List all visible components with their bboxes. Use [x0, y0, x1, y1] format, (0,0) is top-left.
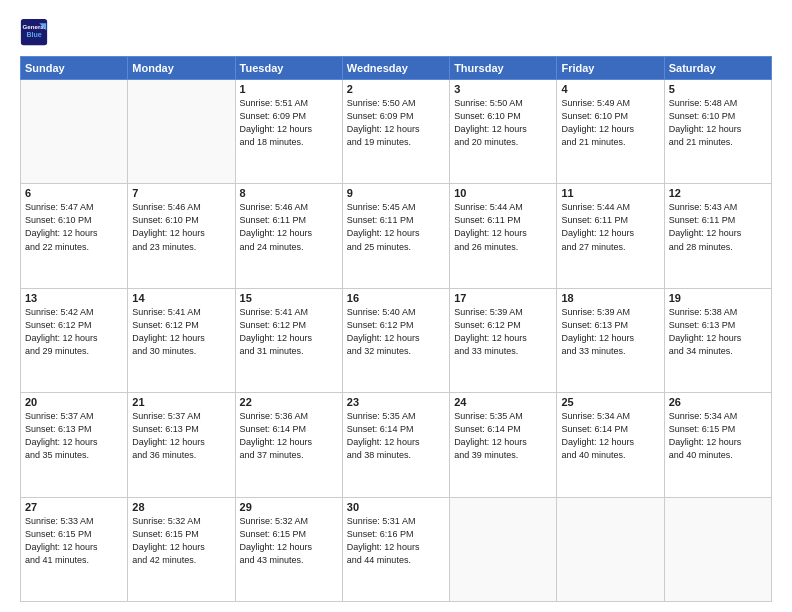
- cell-info: Sunrise: 5:37 AM Sunset: 6:13 PM Dayligh…: [25, 410, 123, 462]
- day-number: 23: [347, 396, 445, 408]
- cell-info: Sunrise: 5:50 AM Sunset: 6:09 PM Dayligh…: [347, 97, 445, 149]
- calendar-cell: 13Sunrise: 5:42 AM Sunset: 6:12 PM Dayli…: [21, 288, 128, 392]
- cell-info: Sunrise: 5:32 AM Sunset: 6:15 PM Dayligh…: [240, 515, 338, 567]
- weekday-header-thursday: Thursday: [450, 57, 557, 80]
- day-number: 5: [669, 83, 767, 95]
- calendar-cell: 5Sunrise: 5:48 AM Sunset: 6:10 PM Daylig…: [664, 80, 771, 184]
- day-number: 16: [347, 292, 445, 304]
- day-number: 15: [240, 292, 338, 304]
- cell-info: Sunrise: 5:41 AM Sunset: 6:12 PM Dayligh…: [240, 306, 338, 358]
- calendar-cell: [450, 497, 557, 601]
- calendar-cell: 10Sunrise: 5:44 AM Sunset: 6:11 PM Dayli…: [450, 184, 557, 288]
- weekday-header-row: SundayMondayTuesdayWednesdayThursdayFrid…: [21, 57, 772, 80]
- calendar-cell: 28Sunrise: 5:32 AM Sunset: 6:15 PM Dayli…: [128, 497, 235, 601]
- day-number: 13: [25, 292, 123, 304]
- day-number: 11: [561, 187, 659, 199]
- day-number: 26: [669, 396, 767, 408]
- day-number: 2: [347, 83, 445, 95]
- day-number: 7: [132, 187, 230, 199]
- calendar-cell: 19Sunrise: 5:38 AM Sunset: 6:13 PM Dayli…: [664, 288, 771, 392]
- day-number: 12: [669, 187, 767, 199]
- calendar-cell: 8Sunrise: 5:46 AM Sunset: 6:11 PM Daylig…: [235, 184, 342, 288]
- day-number: 21: [132, 396, 230, 408]
- week-row-2: 13Sunrise: 5:42 AM Sunset: 6:12 PM Dayli…: [21, 288, 772, 392]
- cell-info: Sunrise: 5:38 AM Sunset: 6:13 PM Dayligh…: [669, 306, 767, 358]
- calendar-cell: 30Sunrise: 5:31 AM Sunset: 6:16 PM Dayli…: [342, 497, 449, 601]
- weekday-header-wednesday: Wednesday: [342, 57, 449, 80]
- calendar-cell: 9Sunrise: 5:45 AM Sunset: 6:11 PM Daylig…: [342, 184, 449, 288]
- cell-info: Sunrise: 5:39 AM Sunset: 6:12 PM Dayligh…: [454, 306, 552, 358]
- cell-info: Sunrise: 5:34 AM Sunset: 6:14 PM Dayligh…: [561, 410, 659, 462]
- calendar-cell: [21, 80, 128, 184]
- day-number: 29: [240, 501, 338, 513]
- calendar-cell: 24Sunrise: 5:35 AM Sunset: 6:14 PM Dayli…: [450, 393, 557, 497]
- cell-info: Sunrise: 5:37 AM Sunset: 6:13 PM Dayligh…: [132, 410, 230, 462]
- cell-info: Sunrise: 5:39 AM Sunset: 6:13 PM Dayligh…: [561, 306, 659, 358]
- calendar-cell: 26Sunrise: 5:34 AM Sunset: 6:15 PM Dayli…: [664, 393, 771, 497]
- calendar-cell: 16Sunrise: 5:40 AM Sunset: 6:12 PM Dayli…: [342, 288, 449, 392]
- weekday-header-sunday: Sunday: [21, 57, 128, 80]
- calendar-cell: 25Sunrise: 5:34 AM Sunset: 6:14 PM Dayli…: [557, 393, 664, 497]
- cell-info: Sunrise: 5:44 AM Sunset: 6:11 PM Dayligh…: [454, 201, 552, 253]
- cell-info: Sunrise: 5:46 AM Sunset: 6:10 PM Dayligh…: [132, 201, 230, 253]
- weekday-header-friday: Friday: [557, 57, 664, 80]
- day-number: 22: [240, 396, 338, 408]
- calendar-cell: 14Sunrise: 5:41 AM Sunset: 6:12 PM Dayli…: [128, 288, 235, 392]
- day-number: 20: [25, 396, 123, 408]
- day-number: 10: [454, 187, 552, 199]
- day-number: 14: [132, 292, 230, 304]
- day-number: 24: [454, 396, 552, 408]
- header: General Blue: [20, 18, 772, 46]
- weekday-header-monday: Monday: [128, 57, 235, 80]
- cell-info: Sunrise: 5:35 AM Sunset: 6:14 PM Dayligh…: [454, 410, 552, 462]
- calendar-cell: 2Sunrise: 5:50 AM Sunset: 6:09 PM Daylig…: [342, 80, 449, 184]
- cell-info: Sunrise: 5:46 AM Sunset: 6:11 PM Dayligh…: [240, 201, 338, 253]
- cell-info: Sunrise: 5:47 AM Sunset: 6:10 PM Dayligh…: [25, 201, 123, 253]
- day-number: 1: [240, 83, 338, 95]
- calendar-cell: 6Sunrise: 5:47 AM Sunset: 6:10 PM Daylig…: [21, 184, 128, 288]
- weekday-header-tuesday: Tuesday: [235, 57, 342, 80]
- calendar-cell: 23Sunrise: 5:35 AM Sunset: 6:14 PM Dayli…: [342, 393, 449, 497]
- calendar-cell: 22Sunrise: 5:36 AM Sunset: 6:14 PM Dayli…: [235, 393, 342, 497]
- calendar-table: SundayMondayTuesdayWednesdayThursdayFrid…: [20, 56, 772, 602]
- cell-info: Sunrise: 5:50 AM Sunset: 6:10 PM Dayligh…: [454, 97, 552, 149]
- calendar-cell: 29Sunrise: 5:32 AM Sunset: 6:15 PM Dayli…: [235, 497, 342, 601]
- cell-info: Sunrise: 5:33 AM Sunset: 6:15 PM Dayligh…: [25, 515, 123, 567]
- calendar-cell: 3Sunrise: 5:50 AM Sunset: 6:10 PM Daylig…: [450, 80, 557, 184]
- cell-info: Sunrise: 5:43 AM Sunset: 6:11 PM Dayligh…: [669, 201, 767, 253]
- day-number: 6: [25, 187, 123, 199]
- calendar-cell: 18Sunrise: 5:39 AM Sunset: 6:13 PM Dayli…: [557, 288, 664, 392]
- cell-info: Sunrise: 5:42 AM Sunset: 6:12 PM Dayligh…: [25, 306, 123, 358]
- calendar-cell: 15Sunrise: 5:41 AM Sunset: 6:12 PM Dayli…: [235, 288, 342, 392]
- calendar-cell: 1Sunrise: 5:51 AM Sunset: 6:09 PM Daylig…: [235, 80, 342, 184]
- day-number: 4: [561, 83, 659, 95]
- logo: General Blue: [20, 18, 48, 46]
- cell-info: Sunrise: 5:48 AM Sunset: 6:10 PM Dayligh…: [669, 97, 767, 149]
- day-number: 27: [25, 501, 123, 513]
- calendar-cell: [664, 497, 771, 601]
- calendar-cell: 17Sunrise: 5:39 AM Sunset: 6:12 PM Dayli…: [450, 288, 557, 392]
- day-number: 9: [347, 187, 445, 199]
- calendar-cell: [557, 497, 664, 601]
- week-row-0: 1Sunrise: 5:51 AM Sunset: 6:09 PM Daylig…: [21, 80, 772, 184]
- cell-info: Sunrise: 5:32 AM Sunset: 6:15 PM Dayligh…: [132, 515, 230, 567]
- day-number: 30: [347, 501, 445, 513]
- cell-info: Sunrise: 5:35 AM Sunset: 6:14 PM Dayligh…: [347, 410, 445, 462]
- cell-info: Sunrise: 5:40 AM Sunset: 6:12 PM Dayligh…: [347, 306, 445, 358]
- calendar-cell: 27Sunrise: 5:33 AM Sunset: 6:15 PM Dayli…: [21, 497, 128, 601]
- calendar-cell: 21Sunrise: 5:37 AM Sunset: 6:13 PM Dayli…: [128, 393, 235, 497]
- cell-info: Sunrise: 5:41 AM Sunset: 6:12 PM Dayligh…: [132, 306, 230, 358]
- week-row-4: 27Sunrise: 5:33 AM Sunset: 6:15 PM Dayli…: [21, 497, 772, 601]
- calendar-cell: 12Sunrise: 5:43 AM Sunset: 6:11 PM Dayli…: [664, 184, 771, 288]
- cell-info: Sunrise: 5:31 AM Sunset: 6:16 PM Dayligh…: [347, 515, 445, 567]
- cell-info: Sunrise: 5:44 AM Sunset: 6:11 PM Dayligh…: [561, 201, 659, 253]
- day-number: 25: [561, 396, 659, 408]
- day-number: 17: [454, 292, 552, 304]
- week-row-3: 20Sunrise: 5:37 AM Sunset: 6:13 PM Dayli…: [21, 393, 772, 497]
- cell-info: Sunrise: 5:45 AM Sunset: 6:11 PM Dayligh…: [347, 201, 445, 253]
- svg-text:Blue: Blue: [26, 31, 41, 38]
- day-number: 28: [132, 501, 230, 513]
- day-number: 19: [669, 292, 767, 304]
- calendar-cell: 7Sunrise: 5:46 AM Sunset: 6:10 PM Daylig…: [128, 184, 235, 288]
- day-number: 3: [454, 83, 552, 95]
